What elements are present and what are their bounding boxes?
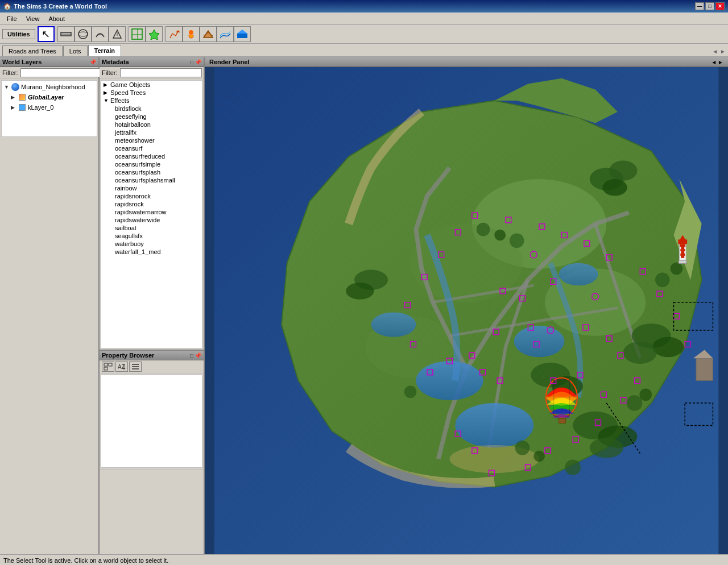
meta-item-waterfall[interactable]: waterfall_1_med [101, 248, 202, 256]
property-browser-minimize-icon[interactable]: □ [190, 352, 193, 359]
svg-point-57 [639, 388, 652, 401]
meta-item-oceansurfsimple[interactable]: oceansurfsimple [101, 160, 202, 168]
prop-btn-list[interactable] [102, 362, 114, 372]
svg-rect-70 [679, 260, 686, 264]
tree-item-klayer[interactable]: ▶ kLayer_0 [2, 102, 97, 113]
svg-point-59 [533, 451, 545, 462]
meta-item-birdsflock[interactable]: birdsflock [101, 105, 202, 113]
render-panel-left-arrow[interactable]: ◄ [711, 59, 717, 65]
svg-rect-14 [109, 363, 112, 366]
menu-view[interactable]: View [22, 14, 44, 23]
render-panel-right-arrow[interactable]: ► [718, 59, 723, 65]
world-layers-filter-input[interactable] [20, 68, 102, 77]
meta-item-sailboat[interactable]: sailboat [101, 224, 202, 232]
world-layers-tree: ▼ Murano_Neighborhood ▶ GlobalLayer ▶ kL… [1, 80, 97, 137]
meta-item-rainbow[interactable]: rainbow [101, 184, 202, 192]
meta-label-rapidswaterwide: rapidswaterwide [115, 217, 160, 223]
meta-item-rapidsnorock[interactable]: rapidsnorock [101, 192, 202, 200]
meta-item-rapidsrock[interactable]: rapidsrock [101, 200, 202, 208]
meta-item-seagullsfx[interactable]: seagullsfx [101, 232, 202, 240]
render-panel-header-icons: ◄ ► [711, 59, 723, 65]
meta-item-rapidswaternarrow[interactable]: rapidswaternarrow [101, 208, 202, 216]
svg-rect-64 [681, 247, 684, 249]
toolbar-right-arrow[interactable]: ► [720, 48, 726, 55]
render-panel: Render Panel ◄ ► [205, 57, 728, 554]
meta-label-waterbuoy: waterbuoy [115, 240, 144, 247]
tool-button-11[interactable] [217, 26, 234, 42]
meta-item-gameobjects[interactable]: ▶ Game Objects [101, 81, 202, 89]
tool-button-9[interactable] [183, 26, 200, 42]
meta-label-birdsflock: birdsflock [115, 105, 141, 112]
tool-button-3[interactable] [75, 26, 92, 42]
world-layers-panel: World Layers 📌 Filter: ✕ ▼ Murano_Neighb… [0, 57, 98, 143]
tab-roads-and-trees[interactable]: Roads and Trees [2, 45, 63, 56]
meta-item-waterbuoy[interactable]: waterbuoy [101, 240, 202, 248]
svg-rect-66 [681, 251, 684, 254]
property-browser-panel: Property Browser □ 📌 AZ [100, 350, 204, 554]
render-panel-header: Render Panel ◄ ► [205, 57, 728, 67]
select-tool-button[interactable]: ↖ [38, 26, 55, 42]
svg-point-60 [565, 460, 581, 476]
svg-point-39 [602, 179, 627, 196]
meta-item-rapidswaterwide[interactable]: rapidswaterwide [101, 216, 202, 224]
meta-item-oceansurf[interactable]: oceansurf [101, 144, 202, 152]
tool-button-2[interactable] [57, 26, 75, 42]
tool-button-8[interactable] [166, 26, 183, 42]
menu-about[interactable]: About [44, 14, 69, 23]
property-browser-toolbar: AZ [100, 360, 204, 373]
toolbar-separator-3 [164, 26, 164, 42]
close-button[interactable]: ✕ [715, 2, 725, 10]
metadata-minimize-icon[interactable]: □ [190, 59, 193, 65]
metadata-pin-icon[interactable]: 📌 [195, 59, 201, 65]
svg-marker-9 [176, 30, 180, 32]
maximize-button[interactable]: □ [705, 2, 714, 10]
meta-label-hotairballoon: hotairballoon [115, 121, 151, 128]
tab-lots[interactable]: Lots [63, 45, 88, 56]
metadata-filter-input[interactable] [120, 68, 202, 77]
toolbar-left-arrow[interactable]: ◄ [712, 48, 718, 55]
prop-btn-sort[interactable]: AZ [115, 362, 128, 372]
svg-rect-5 [132, 29, 142, 39]
world-layers-header-icons: 📌 [89, 59, 96, 65]
tree-icon-murano [11, 82, 20, 92]
svg-marker-12 [237, 30, 247, 34]
meta-label-geeseflying: geeseflying [115, 113, 147, 120]
tool-button-5[interactable] [109, 26, 126, 42]
tree-item-murano[interactable]: ▼ Murano_Neighborhood [2, 82, 97, 92]
svg-rect-15 [104, 367, 107, 370]
prop-btn-view[interactable] [129, 362, 142, 372]
svg-point-38 [609, 161, 637, 181]
property-browser-title: Property Browser [102, 352, 154, 359]
svg-point-3 [78, 32, 88, 36]
svg-point-10 [189, 30, 193, 35]
meta-item-hotairballoon[interactable]: hotairballoon [101, 121, 202, 128]
tree-item-global[interactable]: ▶ GlobalLayer [2, 92, 97, 102]
meta-item-oceansurfreduced[interactable]: oceansurfreduced [101, 152, 202, 160]
svg-rect-65 [680, 249, 685, 251]
meta-item-meteorshower[interactable]: meteorshower [101, 136, 202, 144]
tool-button-7[interactable] [146, 26, 163, 42]
tree-icon-klayer [18, 103, 27, 112]
svg-point-31 [416, 361, 483, 400]
tab-terrain[interactable]: Terrain [88, 45, 121, 56]
tool-button-10[interactable] [200, 26, 217, 42]
property-browser-pin-icon[interactable]: 📌 [195, 352, 201, 359]
svg-rect-72 [559, 419, 566, 423]
tabs-and-tools: Roads and Trees Lots Terrain ◄ ► [0, 44, 728, 56]
meta-item-jettrailfx[interactable]: jettrailfx [101, 128, 202, 136]
meta-item-effects[interactable]: ▼ Effects [101, 97, 202, 105]
meta-item-oceansurfsplashsmall[interactable]: oceansurfsplashsmall [101, 176, 202, 184]
property-browser-header-icons: □ 📌 [190, 352, 201, 359]
minimize-button[interactable]: — [695, 2, 704, 10]
map-viewport[interactable] [205, 67, 728, 554]
meta-label-jettrailfx: jettrailfx [115, 129, 136, 136]
tool-button-6[interactable] [129, 26, 146, 42]
meta-item-geeseflying[interactable]: geeseflying [101, 113, 202, 121]
world-layers-pin-icon[interactable]: 📌 [89, 59, 96, 65]
tool-button-4[interactable] [92, 26, 109, 42]
meta-item-oceansurfsplash[interactable]: oceansurfsplash [101, 168, 202, 176]
tool-button-12[interactable] [234, 26, 251, 42]
menu-file[interactable]: File [2, 14, 22, 23]
metadata-panel: Metadata □ 📌 Filter: ✕ ▶ Game Objects [100, 57, 204, 350]
meta-item-speedtrees[interactable]: ▶ Speed Trees [101, 89, 202, 97]
